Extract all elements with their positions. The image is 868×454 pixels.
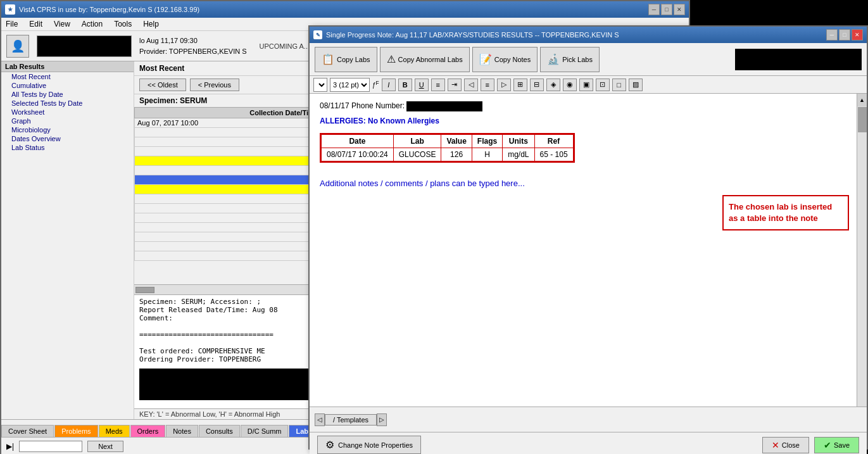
sidebar-item-selected-tests[interactable]: Selected Tests by Date bbox=[1, 99, 134, 108]
note-cell-value: 126 bbox=[441, 148, 472, 161]
note-col-units: Units bbox=[503, 135, 534, 148]
sidebar-item-microbiology[interactable]: Microbiology bbox=[1, 125, 134, 134]
patient-datetime: lo Aug 11,17 09:30 bbox=[139, 35, 247, 46]
menu-file[interactable]: File bbox=[4, 19, 20, 29]
menu-view[interactable]: View bbox=[52, 19, 72, 29]
minimize-button[interactable]: ─ bbox=[648, 4, 660, 15]
avatar: 👤 bbox=[6, 35, 29, 58]
oldest-button[interactable]: << Oldest bbox=[139, 79, 186, 91]
gear-icon: ⚙ bbox=[325, 439, 334, 451]
close-icon: ✕ bbox=[772, 440, 779, 450]
sidebar-item-most-recent[interactable]: Most Recent bbox=[1, 72, 134, 81]
close-main-button[interactable]: ✕ bbox=[674, 4, 685, 15]
note-maximize-button[interactable]: □ bbox=[839, 29, 850, 41]
templates-area: ◁ / Templates ▷ bbox=[310, 407, 867, 432]
sidebar-item-all-tests[interactable]: All Tests by Date bbox=[1, 90, 134, 99]
align-center-button[interactable]: ≡ bbox=[481, 79, 494, 91]
copy-notes-button[interactable]: 📝 Copy Notes bbox=[472, 47, 538, 72]
sidebar-item-cumulative[interactable]: Cumulative bbox=[1, 81, 134, 90]
maximize-button[interactable]: □ bbox=[661, 4, 672, 15]
menu-help[interactable]: Help bbox=[141, 19, 161, 29]
callout-box: The chosen lab is inserted as a table in… bbox=[722, 195, 849, 230]
tab-cover-sheet[interactable]: Cover Sheet bbox=[1, 425, 54, 437]
note-lab-row: 08/07/17 10:00:24 GLUCOSE 126 H mg/dL 65… bbox=[322, 148, 574, 161]
previous-button[interactable]: < Previous bbox=[190, 79, 239, 91]
format-btn-3[interactable]: ◈ bbox=[546, 79, 560, 91]
templates-tab[interactable]: / Templates bbox=[325, 414, 377, 426]
patient-name-box bbox=[37, 35, 132, 57]
copy-abnormal-labs-button[interactable]: ⚠ Copy Abnormal Labs bbox=[380, 47, 470, 72]
format-btn-8[interactable]: ▨ bbox=[629, 79, 643, 91]
patient-provider: Provider: TOPPENBERG,KEVIN S bbox=[139, 46, 247, 57]
footer-input[interactable] bbox=[19, 441, 82, 452]
italic-button[interactable]: I bbox=[382, 79, 396, 91]
format-btn-1[interactable]: ⊞ bbox=[513, 79, 527, 91]
note-col-date: Date bbox=[322, 135, 394, 148]
align-right-button[interactable]: ▷ bbox=[497, 79, 511, 91]
font-name-select[interactable] bbox=[313, 78, 327, 92]
note-title-bar: ✎ Single Progress Note: Aug 11,17 LAB/XR… bbox=[310, 27, 867, 43]
menu-action[interactable]: Action bbox=[80, 19, 104, 29]
phone-value-box bbox=[406, 101, 482, 111]
sidebar-item-graph[interactable]: Graph bbox=[1, 117, 134, 125]
note-window-title: Single Progress Note: Aug 11,17 LAB/XRAY… bbox=[326, 31, 619, 39]
app-icon: ★ bbox=[5, 4, 15, 15]
sidebar-item-lab-status[interactable]: Lab Status bbox=[1, 143, 134, 152]
font-size-select[interactable]: 3 (12 pt) bbox=[330, 78, 370, 92]
note-editor[interactable]: 08/11/17 Phone Number: ALLERGIES: No Kno… bbox=[310, 94, 857, 407]
menu-tools[interactable]: Tools bbox=[112, 19, 134, 29]
copy-labs-icon: 📋 bbox=[322, 53, 334, 65]
format-btn-7[interactable]: □ bbox=[612, 79, 626, 91]
save-icon: ✔ bbox=[824, 440, 831, 450]
pick-labs-label: Pick Labs bbox=[562, 56, 593, 63]
note-close-button[interactable]: ✕ bbox=[852, 29, 863, 41]
additional-notes[interactable]: Additional notes / comments / plans can … bbox=[320, 177, 846, 191]
menu-edit[interactable]: Edit bbox=[27, 19, 44, 29]
next-button[interactable]: Next bbox=[87, 441, 123, 452]
note-action-bar: ⚙ Change Note Properties ✕ Close ✔ Save bbox=[310, 432, 867, 454]
tab-dc-summ[interactable]: D/C Summ bbox=[241, 425, 289, 437]
tab-problems[interactable]: Problems bbox=[54, 425, 97, 437]
indent-button[interactable]: ⇥ bbox=[448, 79, 462, 91]
phone-label: Phone Number: bbox=[351, 101, 405, 110]
sidebar-item-dates-overview[interactable]: Dates Overview bbox=[1, 134, 134, 143]
change-note-properties-button[interactable]: ⚙ Change Note Properties bbox=[317, 436, 421, 454]
note-cell-units: mg/dL bbox=[503, 148, 534, 161]
format-btn-6[interactable]: ⊡ bbox=[596, 79, 610, 91]
note-patient-name-box bbox=[735, 49, 862, 70]
bold-button[interactable]: B bbox=[398, 79, 412, 91]
format-btn-2[interactable]: ⊟ bbox=[530, 79, 544, 91]
main-title-bar: ★ VistA CPRS in use by: Toppenberg,Kevin… bbox=[1, 1, 689, 18]
list-button[interactable]: ≡ bbox=[431, 79, 445, 91]
scroll-thumb[interactable] bbox=[858, 107, 867, 132]
tab-notes[interactable]: Notes bbox=[166, 425, 198, 437]
underline-button[interactable]: U bbox=[415, 79, 429, 91]
note-col-value: Value bbox=[441, 135, 472, 148]
note-cell-ref: 65 - 105 bbox=[534, 148, 573, 161]
align-left-button[interactable]: ◁ bbox=[464, 79, 478, 91]
tab-meds[interactable]: Meds bbox=[99, 425, 130, 437]
format-btn-4[interactable]: ◉ bbox=[563, 79, 577, 91]
tab-consults[interactable]: Consults bbox=[199, 425, 240, 437]
format-btn-5[interactable]: ▣ bbox=[579, 79, 593, 91]
close-button[interactable]: ✕ Close bbox=[762, 437, 809, 453]
lab-in-note-table: Date Lab Value Flags Units Ref 08/07/17 … bbox=[320, 133, 575, 163]
note-window-icon: ✎ bbox=[313, 30, 322, 39]
save-label: Save bbox=[834, 441, 850, 449]
note-col-ref: Ref bbox=[534, 135, 573, 148]
template-scroll-right[interactable]: ▷ bbox=[377, 413, 387, 426]
note-cell-date: 08/07/17 10:00:24 bbox=[322, 148, 394, 161]
most-recent-label: Most Recent bbox=[139, 64, 184, 73]
sidebar-item-worksheet[interactable]: Worksheet bbox=[1, 108, 134, 117]
copy-abnormal-label: Copy Abnormal Labs bbox=[398, 56, 463, 63]
tab-orders[interactable]: Orders bbox=[130, 425, 166, 437]
note-cell-lab: GLUCOSE bbox=[393, 148, 441, 161]
pick-labs-button[interactable]: 🔬 Pick Labs bbox=[540, 47, 600, 72]
save-button[interactable]: ✔ Save bbox=[814, 437, 859, 453]
note-minimize-button[interactable]: ─ bbox=[826, 29, 838, 41]
copy-labs-button[interactable]: 📋 Copy Labs bbox=[315, 47, 377, 72]
template-scroll-left[interactable]: ◁ bbox=[315, 413, 325, 426]
copy-labs-label: Copy Labs bbox=[337, 56, 370, 63]
scroll-up-button[interactable]: ▲ bbox=[857, 94, 867, 106]
note-scrollbar[interactable]: ▲ bbox=[857, 94, 867, 407]
